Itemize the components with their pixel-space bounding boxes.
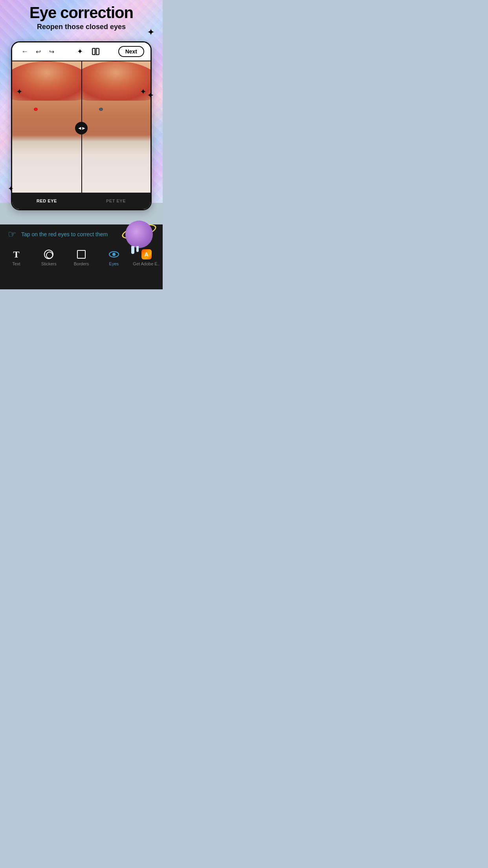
- borders-square-icon: [77, 250, 86, 259]
- pet-eye-option[interactable]: PET EYE: [81, 199, 150, 203]
- back-icon: ←: [21, 48, 28, 56]
- photo-before: [12, 61, 81, 195]
- planet-drip1-icon: [131, 246, 134, 254]
- toolbar-center: ✦: [74, 45, 102, 58]
- compare-left-icon: [92, 48, 95, 55]
- sparkle-bottom-left-icon: ✦: [8, 184, 14, 193]
- phone-mockup: ← ↩ ↪ ✦ Next: [11, 41, 152, 210]
- magic-button[interactable]: ✦: [74, 45, 86, 58]
- planet-drip2-icon: [136, 246, 139, 252]
- instruction-text: Tap on the red eyes to correct them: [21, 231, 108, 237]
- title-section: Eye correction Reopen those closed eyes: [0, 4, 163, 31]
- back-button[interactable]: ←: [18, 45, 31, 58]
- phone-sparkle-right-icon: ✦: [140, 87, 147, 96]
- normal-eye-dot: [99, 108, 103, 111]
- page-title: Eye correction: [0, 4, 163, 21]
- nav-label-text: Text: [12, 261, 20, 266]
- red-eye-option[interactable]: RED EYE: [12, 199, 81, 203]
- redo-button[interactable]: ↪: [45, 45, 58, 58]
- borders-nav-icon: [76, 249, 87, 260]
- next-button[interactable]: Next: [118, 46, 144, 57]
- hand-tap-icon: ☞: [8, 229, 17, 240]
- eye-circle-icon: [109, 251, 119, 257]
- compare-right-icon: [96, 48, 99, 55]
- sparkle-top-right-icon: ✦: [147, 27, 155, 38]
- toolbar-left: ← ↩ ↪: [18, 45, 58, 58]
- text-nav-icon: T: [11, 249, 22, 260]
- nav-label-borders: Borders: [74, 261, 89, 266]
- planet-body-icon: [125, 221, 153, 248]
- planet-sticker: [121, 215, 161, 254]
- compare-button[interactable]: [90, 45, 102, 58]
- stickers-nav-icon: [43, 249, 54, 260]
- nav-label-adobe: Get Adobe E..: [133, 261, 160, 266]
- nav-item-text[interactable]: T Text: [0, 249, 33, 266]
- nav-label-eyes: Eyes: [109, 261, 119, 266]
- nav-item-stickers[interactable]: Stickers: [33, 249, 65, 266]
- compare-handle[interactable]: ◄►: [75, 122, 88, 134]
- phone-sparkle-left-icon: ✦: [16, 87, 23, 96]
- undo-button[interactable]: ↩: [32, 45, 44, 58]
- redo-icon: ↪: [49, 48, 54, 55]
- compare-arrows-icon: ◄►: [77, 125, 85, 131]
- nav-label-stickers: Stickers: [41, 261, 57, 266]
- compare-icon: [92, 48, 99, 55]
- eye-options-bar: RED EYE PET EYE: [12, 193, 150, 209]
- sparkle-mid-right-icon: ✦: [147, 90, 154, 101]
- eyes-nav-icon: [108, 249, 119, 260]
- text-T-icon: T: [13, 249, 19, 260]
- photo-after: [81, 61, 150, 195]
- sticker-circle-icon: [44, 250, 53, 259]
- photo-area[interactable]: ◄► ✦ ✦: [12, 61, 150, 195]
- undo-icon: ↩: [36, 48, 41, 55]
- page-subtitle: Reopen those closed eyes: [0, 23, 163, 31]
- toolbar: ← ↩ ↪ ✦ Next: [12, 42, 150, 61]
- red-eye-dot: [34, 108, 38, 111]
- magic-wand-icon: ✦: [77, 47, 83, 56]
- nav-item-borders[interactable]: Borders: [65, 249, 98, 266]
